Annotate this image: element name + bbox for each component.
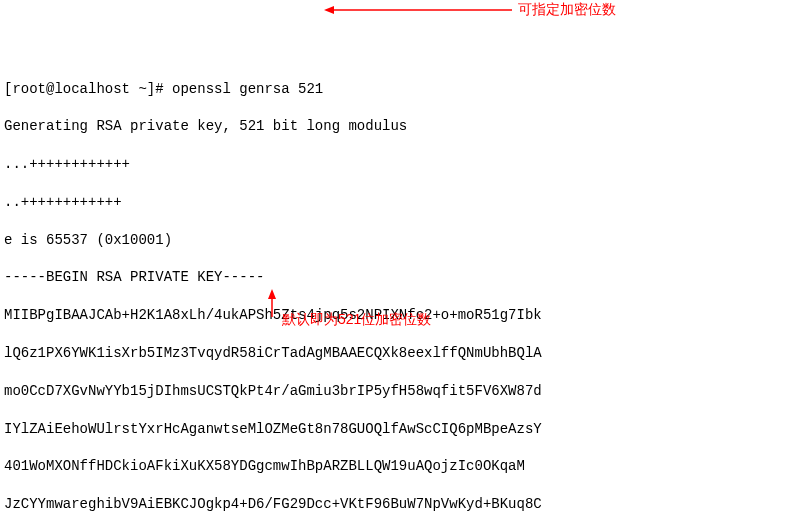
terminal-line: JzCYYmwareghibV9AiEBKCJOgkp4+D6/FG29Dcc+… (4, 495, 797, 514)
terminal-line: 401WoMXONffHDCkioAFkiXuKX58YDGgcmwIhBpAR… (4, 457, 797, 476)
terminal-line: mo0CcD7XGvNwYYb15jDIhmsUCSTQkPt4r/aGmiu3… (4, 382, 797, 401)
terminal-line: ..++++++++++++ (4, 193, 797, 212)
svg-marker-1 (324, 6, 334, 14)
svg-marker-3 (268, 289, 276, 299)
terminal-line: IYlZAiEehoWUlrstYxrHcAganwtseMlOZMeGt8n7… (4, 420, 797, 439)
terminal-line: [root@localhost ~]# openssl genrsa 521 (4, 80, 797, 99)
annotation-top: 可指定加密位数 (518, 0, 616, 19)
terminal-line: -----BEGIN RSA PRIVATE KEY----- (4, 268, 797, 287)
terminal-line: lQ6z1PX6YWK1isXrb5IMz3TvqydR58iCrTadAgMB… (4, 344, 797, 363)
arrow-top-icon (324, 2, 514, 18)
annotation-bottom: 默认即为521位加密位数 (282, 310, 431, 329)
terminal-line: ...++++++++++++ (4, 155, 797, 174)
terminal-line: Generating RSA private key, 521 bit long… (4, 117, 797, 136)
terminal-line: e is 65537 (0x10001) (4, 231, 797, 250)
